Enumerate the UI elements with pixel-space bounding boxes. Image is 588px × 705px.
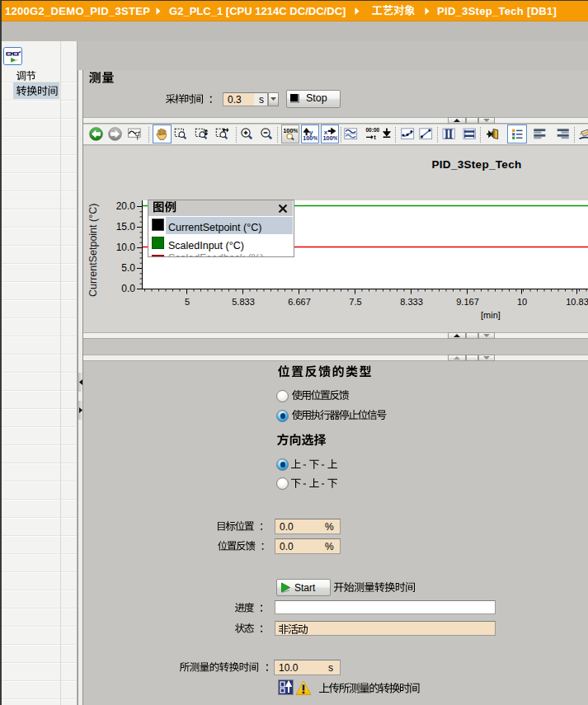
svg-text:100%: 100%	[303, 134, 318, 141]
svg-text:100%: 100%	[323, 134, 337, 141]
svg-text:t: t	[374, 134, 376, 141]
svg-text:00:00: 00:00	[365, 127, 379, 133]
